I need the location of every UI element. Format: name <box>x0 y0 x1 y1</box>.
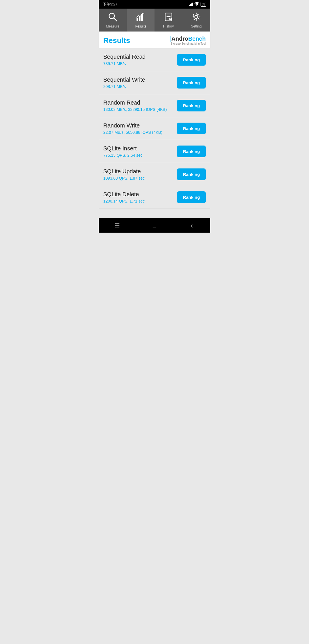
brand-andro: Andro <box>171 36 188 42</box>
result-item-sqlite-insert: SQLite Insert 775.15 QPS, 2.64 sec Ranki… <box>99 140 210 163</box>
bottom-nav: ☰ □ ‹ <box>99 218 210 233</box>
setting-icon <box>191 12 201 23</box>
signal-icon <box>189 2 193 6</box>
results-icon <box>136 12 145 23</box>
brand-pipe: | <box>169 36 171 42</box>
page-title: Results <box>103 36 130 45</box>
tab-results-label: Results <box>135 24 146 28</box>
result-info: Sequential Read 739.71 MB/s <box>103 54 146 66</box>
result-value: 1206.14 QPS, 1.71 sec <box>103 199 145 203</box>
bottom-home-button[interactable]: □ <box>146 221 163 230</box>
tab-setting-label: Setting <box>191 24 202 28</box>
nav-tabs: Measure Results Histor <box>99 9 210 32</box>
result-item-random-read: Random Read 130.03 MB/s, 33290.15 IOPS (… <box>99 94 210 117</box>
svg-rect-3 <box>139 16 140 21</box>
ranking-button-rand-write[interactable]: Ranking <box>177 123 206 134</box>
home-icon: □ <box>152 223 157 228</box>
ranking-button-rand-read[interactable]: Ranking <box>177 100 206 111</box>
bottom-back-button[interactable]: ‹ <box>183 221 200 230</box>
tab-results[interactable]: Results <box>127 9 155 32</box>
result-value: 775.15 QPS, 2.64 sec <box>103 153 142 158</box>
history-icon <box>164 12 173 23</box>
ranking-button-sqlite-delete[interactable]: Ranking <box>177 191 206 203</box>
wifi-icon <box>195 2 199 7</box>
result-name: Sequential Write <box>103 76 145 83</box>
results-header: Results | AndroBench Storage Benchmarkin… <box>99 32 210 48</box>
results-list: Sequential Read 739.71 MB/s Ranking Sequ… <box>99 48 210 218</box>
result-name: Sequential Read <box>103 54 146 60</box>
result-value: 22.07 MB/s, 5650.88 IOPS (4KB) <box>103 130 162 135</box>
result-info: Random Write 22.07 MB/s, 5650.88 IOPS (4… <box>103 122 162 135</box>
tab-history-label: History <box>163 24 174 28</box>
brand-subtitle: Storage Benchmarking Tool <box>171 42 206 45</box>
result-info: Sequential Write 208.71 MB/s <box>103 76 145 89</box>
result-info: SQLite Delete 1206.14 QPS, 1.71 sec <box>103 191 145 203</box>
battery-level: 85 <box>202 3 205 6</box>
brand-logo: | AndroBench Storage Benchmarking Tool <box>169 36 206 45</box>
tab-setting[interactable]: Setting <box>183 9 211 32</box>
result-value: 130.03 MB/s, 33290.15 IOPS (4KB) <box>103 107 167 112</box>
result-info: Random Read 130.03 MB/s, 33290.15 IOPS (… <box>103 99 167 112</box>
result-name: SQLite Update <box>103 168 145 175</box>
result-item-sequential-read: Sequential Read 739.71 MB/s Ranking <box>99 48 210 71</box>
result-info: SQLite Update 1093.08 QPS, 1.87 sec <box>103 168 145 180</box>
ranking-button-sqlite-update[interactable]: Ranking <box>177 168 206 180</box>
bottom-menu-button[interactable]: ☰ <box>109 221 126 230</box>
svg-line-1 <box>114 18 116 21</box>
result-value: 208.71 MB/s <box>103 84 145 89</box>
ranking-button-seq-read[interactable]: Ranking <box>177 54 206 66</box>
battery-icon: 85 <box>201 2 206 7</box>
result-value: 739.71 MB/s <box>103 61 146 66</box>
result-name: Random Read <box>103 99 167 106</box>
ranking-button-sqlite-insert[interactable]: Ranking <box>177 146 206 157</box>
result-item-sqlite-update: SQLite Update 1093.08 QPS, 1.87 sec Rank… <box>99 163 210 186</box>
tab-measure[interactable]: Measure <box>99 9 127 32</box>
tab-history[interactable]: History <box>154 9 183 32</box>
result-item-sqlite-delete: SQLite Delete 1206.14 QPS, 1.71 sec Rank… <box>99 186 210 209</box>
status-icons: 85 <box>189 2 206 7</box>
result-name: SQLite Delete <box>103 191 145 198</box>
status-time: 下午3:27 <box>103 2 117 7</box>
result-name: Random Write <box>103 122 162 129</box>
result-name: SQLite Insert <box>103 145 142 152</box>
brand-bench: Bench <box>188 36 206 42</box>
ranking-button-seq-write[interactable]: Ranking <box>177 77 206 89</box>
menu-icon: ☰ <box>115 222 120 229</box>
svg-rect-2 <box>137 18 138 21</box>
measure-icon <box>108 12 118 23</box>
back-icon: ‹ <box>191 221 193 230</box>
result-value: 1093.08 QPS, 1.87 sec <box>103 176 145 180</box>
result-info: SQLite Insert 775.15 QPS, 2.64 sec <box>103 145 142 158</box>
status-bar: 下午3:27 85 <box>99 0 210 9</box>
svg-point-13 <box>195 15 198 18</box>
tab-measure-label: Measure <box>106 24 119 28</box>
result-item-sequential-write: Sequential Write 208.71 MB/s Ranking <box>99 71 210 94</box>
result-item-random-write: Random Write 22.07 MB/s, 5650.88 IOPS (4… <box>99 117 210 140</box>
